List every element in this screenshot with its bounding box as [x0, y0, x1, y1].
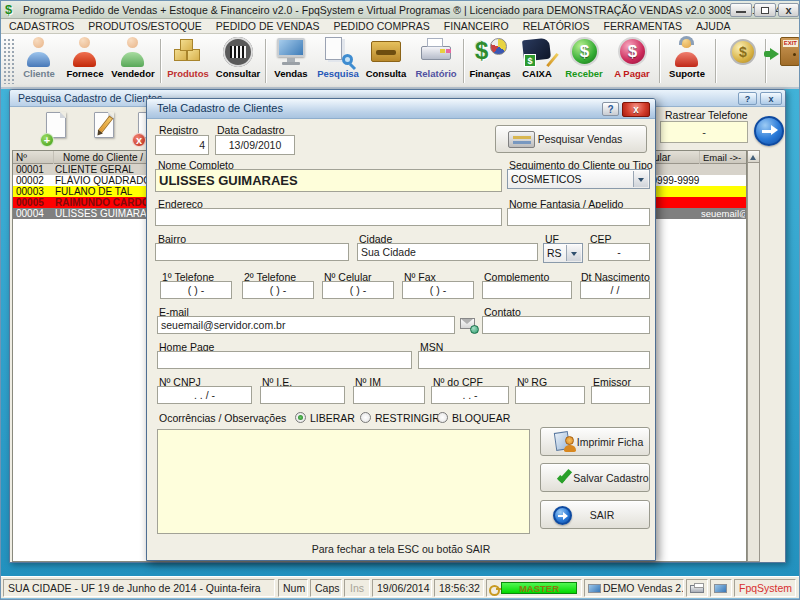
- restore-button[interactable]: [754, 3, 776, 17]
- menu-cadastros[interactable]: CADASTROS: [9, 20, 74, 32]
- window-titlebar: $ Programa Pedido de Vendas + Estoque & …: [1, 1, 800, 19]
- sair-button[interactable]: SAIR: [540, 500, 650, 529]
- menu-pedido-compras[interactable]: PEDIDO COMPRAS: [334, 20, 430, 32]
- radio-liberar[interactable]: [295, 412, 306, 423]
- dialog-titlebar[interactable]: Tela Cadastro de Clientes ? x: [147, 99, 655, 119]
- rg-input[interactable]: [515, 386, 585, 404]
- tel1-input[interactable]: ( ) -: [160, 281, 232, 299]
- toolbar-vendas-button[interactable]: Vendas: [269, 36, 313, 87]
- arrow-right-icon: [762, 130, 772, 133]
- fax-input[interactable]: ( ) -: [402, 281, 474, 299]
- contato-input[interactable]: [482, 316, 650, 334]
- new-record-button[interactable]: +: [44, 112, 70, 144]
- toolbar-exit-button[interactable]: EXIT: [769, 36, 800, 87]
- radio-bloquear-label[interactable]: BLOQUEAR: [452, 412, 510, 424]
- menu-produtos-estoque[interactable]: PRODUTOS/ESTOQUE: [88, 20, 201, 32]
- cep-input[interactable]: -: [588, 243, 650, 261]
- toolbar-separator: [715, 39, 716, 83]
- nome-completo-input[interactable]: ULISSES GUIMARAES: [155, 169, 502, 192]
- toolbar-vendedor-button[interactable]: Vendedor: [109, 36, 157, 87]
- close-button[interactable]: x: [778, 3, 799, 17]
- menu-ajuda[interactable]: AJUDA: [696, 20, 730, 32]
- cnpj-input[interactable]: . . / -: [157, 386, 252, 404]
- pesquisar-vendas-button[interactable]: Pesquisar Vendas: [495, 125, 647, 153]
- toolbar-separator: [659, 39, 660, 83]
- monitor-icon: [274, 36, 308, 68]
- celular-input[interactable]: ( ) -: [322, 281, 394, 299]
- imprimir-ficha-button[interactable]: Imprimir Ficha: [540, 427, 650, 456]
- radio-liberar-label[interactable]: LIBERAR: [310, 412, 355, 424]
- toolbar-consulta-button[interactable]: Consulta: [363, 36, 409, 87]
- cpf-input[interactable]: . . -: [431, 386, 509, 404]
- toolbar-suporte-button[interactable]: Suporte: [663, 36, 711, 87]
- rastrear-telefone-input[interactable]: -: [660, 121, 748, 143]
- toolbar-caixa-button[interactable]: $ CAIXA: [515, 36, 559, 87]
- status-num: Num: [278, 579, 308, 597]
- cidade-input[interactable]: Sua Cidade: [357, 243, 538, 261]
- coin-icon: $: [726, 36, 760, 68]
- toolbar-apagar-button[interactable]: $ A Pagar: [609, 36, 655, 87]
- send-email-button[interactable]: [459, 316, 479, 334]
- scroll-up-button[interactable]: [748, 151, 759, 163]
- rastrear-go-button[interactable]: [754, 116, 784, 146]
- toolbar-fornece-label: Fornece: [63, 68, 107, 79]
- menu-relatorios[interactable]: RELATÓRIOS: [523, 20, 590, 32]
- observacoes-textarea[interactable]: [157, 429, 530, 534]
- toolbar-cliente-button[interactable]: Cliente: [17, 36, 61, 87]
- toolbar-relatorio-button[interactable]: Relatório: [411, 36, 461, 87]
- edit-document-icon: [94, 112, 114, 138]
- data-cadastro-field[interactable]: 13/09/2010: [215, 135, 295, 155]
- toolbar-fornece-button[interactable]: Fornece: [63, 36, 107, 87]
- nome-fantasia-input[interactable]: [507, 208, 650, 226]
- menu-financeiro[interactable]: FINANCEIRO: [444, 20, 509, 32]
- toolbar-pesquisa-button[interactable]: Pesquisa: [315, 36, 361, 87]
- barcode-icon: [221, 36, 255, 68]
- toolbar-apagar-label: A Pagar: [609, 68, 655, 79]
- cell-num: 00004: [16, 208, 52, 219]
- toolbar-financas-button[interactable]: $ Finanças: [467, 36, 513, 87]
- minimize-button[interactable]: [730, 3, 752, 17]
- radio-restringir-label[interactable]: RESTRINGIR: [375, 412, 440, 424]
- toolbar-consulta-label: Consulta: [363, 68, 409, 79]
- toolbar-receber-button[interactable]: $ Receber: [561, 36, 607, 87]
- toolbar-consultar-button[interactable]: Consultar: [213, 36, 263, 87]
- im-input[interactable]: [353, 386, 425, 404]
- complemento-input[interactable]: [482, 281, 572, 299]
- grid-vertical-scrollbar[interactable]: [747, 150, 760, 562]
- home-page-input[interactable]: [157, 351, 412, 369]
- edit-record-button[interactable]: [92, 112, 118, 144]
- radio-restringir[interactable]: [360, 412, 371, 423]
- uf-select[interactable]: RS: [543, 243, 583, 263]
- menu-ferramentas[interactable]: FERRAMENTAS: [604, 20, 683, 32]
- email-input[interactable]: seuemail@servidor.com.br: [157, 316, 455, 334]
- seguimento-select[interactable]: COSMETICOS: [507, 169, 650, 189]
- salvar-cadastro-button[interactable]: Salvar Cadastro: [540, 463, 650, 492]
- monitor-icon: [714, 584, 727, 593]
- minimize-icon: [736, 11, 746, 13]
- endereco-input[interactable]: [155, 208, 502, 226]
- pesquisa-close-button[interactable]: x: [760, 92, 782, 105]
- salesperson-icon: [116, 36, 150, 68]
- dialog-help-button[interactable]: ?: [602, 102, 619, 116]
- dialog-close-button[interactable]: x: [622, 102, 650, 117]
- toolbar-coin-button[interactable]: $: [723, 36, 763, 87]
- ie-input[interactable]: [260, 386, 345, 404]
- status-ins: Ins: [344, 579, 370, 597]
- imprimir-ficha-label: Imprimir Ficha: [541, 436, 649, 448]
- radio-bloquear[interactable]: [437, 412, 448, 423]
- emissor-input[interactable]: [591, 386, 650, 404]
- status-master-badge: MASTER: [501, 582, 577, 594]
- toolbar-caixa-label: CAIXA: [515, 68, 559, 79]
- toolbar-produtos-button[interactable]: Produtos: [165, 36, 211, 87]
- bairro-input[interactable]: [155, 243, 349, 261]
- restore-icon: [761, 7, 769, 14]
- menu-pedido-vendas[interactable]: PEDIDO DE VENDAS: [216, 20, 320, 32]
- pesquisa-help-button[interactable]: ?: [738, 92, 757, 105]
- msn-input[interactable]: [418, 351, 650, 369]
- tel2-input[interactable]: ( ) -: [242, 281, 314, 299]
- dt-nascimento-input[interactable]: / /: [580, 281, 650, 299]
- registro-field[interactable]: 4: [155, 135, 209, 155]
- dialog-title: Tela Cadastro de Clientes: [157, 102, 283, 114]
- sair-label: SAIR: [541, 509, 649, 521]
- cashbook-icon: $: [520, 36, 554, 68]
